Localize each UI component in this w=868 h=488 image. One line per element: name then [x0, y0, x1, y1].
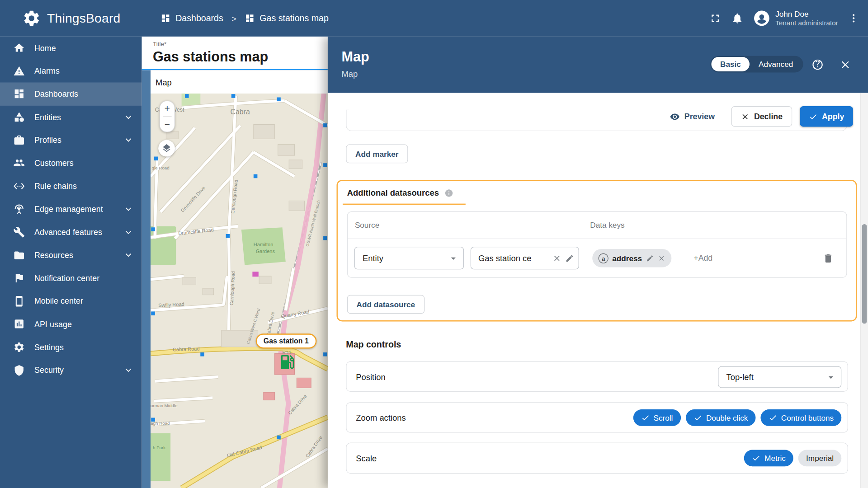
sidebar-item-dashboards[interactable]: Dashboards — [0, 83, 142, 106]
help-icon[interactable] — [811, 59, 824, 71]
remove-key-icon[interactable] — [657, 254, 665, 262]
info-icon[interactable] — [444, 188, 453, 197]
settings-mode-toggle: Basic Advanced — [710, 56, 803, 73]
datasources-table: Source Data keys Entity Gas station ce — [347, 211, 847, 278]
dashboard-edit-panel: Title* Gas stations map Map — [142, 37, 327, 488]
preview-label: Preview — [684, 112, 715, 121]
column-data-keys: Data keys — [590, 221, 624, 230]
table-header: Source Data keys — [348, 212, 846, 239]
decline-label: Decline — [754, 112, 783, 121]
chevron-down-icon — [448, 253, 459, 263]
edge-icon — [13, 203, 25, 215]
sidebar-item-notification-center[interactable]: Notification center — [0, 267, 142, 290]
datasource-row: Entity Gas station ce a addre — [348, 239, 846, 277]
preview-button[interactable]: Preview — [661, 106, 723, 127]
scale-card: Scale MetricImperial — [346, 443, 848, 474]
add-marker-label: Add marker — [355, 150, 398, 159]
sidebar-item-edge-management[interactable]: Edge management — [0, 197, 142, 221]
widget-header: Map — [151, 70, 328, 94]
chip-label: Scroll — [654, 413, 673, 422]
dashboards-icon — [160, 13, 170, 23]
sidebar-item-rule-chains[interactable]: Rule chains — [0, 174, 142, 197]
notification-icon — [13, 272, 25, 284]
more-menu-icon[interactable] — [848, 13, 859, 23]
scale-chip-imperial[interactable]: Imperial — [798, 450, 841, 467]
toggle-basic[interactable]: Basic — [711, 57, 750, 71]
clear-entity-icon[interactable] — [552, 253, 561, 263]
dashboard-icon — [245, 13, 255, 23]
map[interactable]: Cabra WestCabragle RoadDrumcliffe DriveC… — [151, 94, 328, 488]
zoom-action-chip-control-buttons[interactable]: Control buttons — [761, 409, 842, 426]
gas-station-marker-icon[interactable] — [278, 352, 297, 371]
layers-icon — [162, 143, 172, 153]
widget-settings-drawer: Map Map Basic Advanced Preview Decline — [328, 37, 868, 488]
sidebar-item-entities[interactable]: Entities — [0, 106, 142, 129]
dashboard-title-input[interactable]: Gas stations map — [153, 49, 328, 65]
settings-icon — [13, 342, 25, 353]
breadcrumb-current[interactable]: Gas stations map — [245, 13, 329, 23]
sidebar-item-customers[interactable]: Customers — [0, 151, 142, 174]
apply-button[interactable]: Apply — [800, 106, 853, 127]
delete-datasource-icon[interactable] — [823, 253, 834, 264]
add-marker-button[interactable]: Add marker — [346, 145, 408, 164]
breadcrumb-dashboards[interactable]: Dashboards — [160, 13, 223, 23]
zoom-actions-label: Zoom actions — [356, 413, 406, 422]
scale-chip-metric[interactable]: Metric — [744, 450, 793, 467]
profiles-icon — [13, 134, 25, 146]
check-icon — [752, 454, 761, 463]
position-card: Position Top-left — [346, 361, 848, 392]
map-layers-button[interactable] — [158, 140, 175, 157]
app-logo[interactable]: ThingsBoard — [0, 9, 142, 28]
close-icon[interactable] — [839, 59, 851, 71]
zoom-action-chip-double-click[interactable]: Double click — [686, 409, 756, 426]
source-type-select[interactable]: Entity — [354, 247, 464, 269]
add-datasource-button[interactable]: Add datasource — [347, 295, 425, 314]
scrollbar[interactable] — [860, 93, 868, 488]
sidebar-item-api-usage[interactable]: API usage — [0, 313, 142, 336]
sidebar-item-label: Home — [34, 43, 56, 52]
map-marker-label[interactable]: Gas station 1 — [256, 333, 316, 348]
zoom-action-chips: ScrollDouble clickControl buttons — [633, 409, 841, 426]
add-key-button[interactable]: +Add — [693, 253, 712, 263]
breadcrumb: Dashboards > Gas stations map — [160, 13, 329, 23]
sidebar-item-profiles[interactable]: Profiles — [0, 129, 142, 152]
sidebar-item-label: Rule chains — [34, 182, 77, 191]
section-title: Additional datasources — [347, 188, 439, 197]
sidebar-item-label: Mobile center — [34, 297, 83, 306]
sidebar-item-label: Profiles — [34, 136, 61, 145]
sidebar-item-advanced-features[interactable]: Advanced features — [0, 221, 142, 244]
header-actions: John Doe Tenant administrator — [709, 9, 868, 28]
user-menu[interactable]: John Doe Tenant administrator — [753, 9, 838, 28]
action-bar: Preview Decline Apply — [661, 106, 853, 127]
data-key-chip[interactable]: a address — [592, 249, 671, 267]
sidebar-item-mobile-center[interactable]: Mobile center — [0, 290, 142, 313]
zoom-action-chip-scroll[interactable]: Scroll — [633, 409, 680, 426]
sidebar-item-settings[interactable]: Settings — [0, 336, 142, 359]
position-select[interactable]: Top-left — [718, 366, 841, 388]
sidebar-item-label: Settings — [34, 343, 64, 352]
map-widget[interactable]: Map — [151, 70, 328, 488]
sidebar-item-resources[interactable]: Resources — [0, 244, 142, 267]
zoom-in-button[interactable]: + — [160, 101, 175, 116]
edit-key-icon[interactable] — [646, 254, 654, 262]
toggle-advanced[interactable]: Advanced — [750, 57, 802, 71]
sidebar-item-home[interactable]: Home — [0, 37, 142, 60]
scale-chips: MetricImperial — [744, 450, 841, 467]
decline-button[interactable]: Decline — [731, 106, 792, 127]
add-datasource-label: Add datasource — [357, 300, 415, 309]
notifications-bell-icon[interactable] — [731, 12, 743, 24]
check-icon — [641, 413, 650, 422]
zoom-out-button[interactable]: − — [160, 117, 175, 131]
key-type-icon: a — [599, 253, 609, 263]
map-canvas[interactable] — [151, 94, 328, 488]
entity-autocomplete[interactable]: Gas station ce — [471, 247, 579, 269]
fullscreen-icon[interactable] — [709, 12, 721, 24]
edit-entity-icon[interactable] — [565, 253, 574, 263]
sidebar-item-label: Notification center — [34, 274, 99, 283]
chevron-down-icon — [123, 135, 134, 145]
scrollbar-thumb[interactable] — [862, 224, 867, 324]
eye-icon — [670, 112, 680, 122]
sidebar-item-alarms[interactable]: Alarms — [0, 60, 142, 83]
map-zoom-control: + − — [160, 101, 175, 132]
sidebar-item-security[interactable]: Security — [0, 359, 142, 382]
